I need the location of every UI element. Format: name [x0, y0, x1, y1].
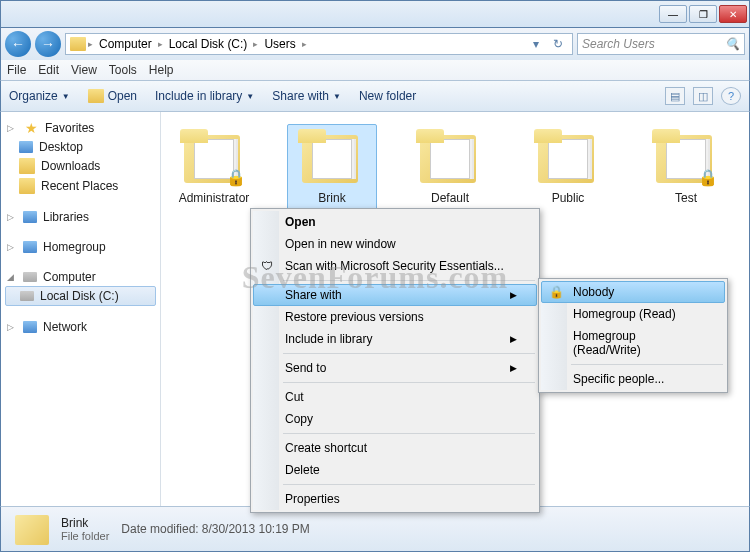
menu-file[interactable]: File — [7, 63, 26, 77]
lock-icon: 🔒 — [548, 285, 564, 299]
homegroup-icon — [23, 241, 37, 253]
folder-icon — [534, 129, 602, 187]
ctx-send-to[interactable]: Send to▶ — [253, 357, 537, 379]
folder-icon — [298, 129, 366, 187]
chevron-right-icon: ▶ — [510, 363, 517, 373]
tree-computer[interactable]: ◢Computer — [1, 268, 160, 286]
ctx-create-shortcut[interactable]: Create shortcut — [253, 437, 537, 459]
tree-libraries[interactable]: ▷Libraries — [1, 208, 160, 226]
lock-icon: 🔒 — [226, 168, 246, 187]
open-button[interactable]: Open — [88, 89, 137, 103]
menu-tools[interactable]: Tools — [109, 63, 137, 77]
shield-icon: 🛡 — [259, 259, 275, 273]
folder-icon — [88, 89, 104, 103]
libraries-icon — [23, 211, 37, 223]
tree-recent[interactable]: Recent Places — [1, 176, 160, 196]
folder-item[interactable]: Brink — [287, 124, 377, 210]
folder-label: Brink — [292, 191, 372, 205]
ctx-include-library[interactable]: Include in library▶ — [253, 328, 537, 350]
share-with-button[interactable]: Share with ▼ — [272, 89, 341, 103]
tree-network[interactable]: ▷Network — [1, 318, 160, 336]
ctx-copy[interactable]: Copy — [253, 408, 537, 430]
search-icon: 🔍 — [725, 37, 740, 51]
title-bar: — ❐ ✕ — [0, 0, 750, 28]
chevron-right-icon: ▶ — [510, 290, 517, 300]
folder-item[interactable]: 🔒Test — [641, 124, 731, 210]
network-icon — [23, 321, 37, 333]
maximize-button[interactable]: ❐ — [689, 5, 717, 23]
folder-icon — [19, 158, 35, 174]
ctx-restore-versions[interactable]: Restore previous versions — [253, 306, 537, 328]
minimize-button[interactable]: — — [659, 5, 687, 23]
navigation-pane: ▷★Favorites Desktop Downloads Recent Pla… — [1, 112, 161, 506]
submenu-specific-people[interactable]: Specific people... — [541, 368, 725, 390]
folder-label: Public — [528, 191, 608, 205]
toolbar: Organize ▼ Open Include in library ▼ Sha… — [0, 80, 750, 112]
folder-label: Default — [410, 191, 490, 205]
folder-icon — [13, 513, 49, 545]
folder-icon: 🔒 — [180, 129, 248, 187]
submenu-homegroup-read[interactable]: Homegroup (Read) — [541, 303, 725, 325]
ctx-delete[interactable]: Delete — [253, 459, 537, 481]
folder-item[interactable]: Default — [405, 124, 495, 210]
submenu-nobody[interactable]: 🔒Nobody — [541, 281, 725, 303]
lock-icon: 🔒 — [698, 168, 718, 187]
status-date-modified: Date modified: 8/30/2013 10:19 PM — [121, 522, 310, 536]
tree-homegroup[interactable]: ▷Homegroup — [1, 238, 160, 256]
desktop-icon — [19, 141, 33, 153]
tree-downloads[interactable]: Downloads — [1, 156, 160, 176]
folder-label: Administrator — [174, 191, 254, 205]
folder-item[interactable]: 🔒Administrator — [169, 124, 259, 210]
folder-icon — [416, 129, 484, 187]
drive-icon — [20, 291, 34, 301]
search-input[interactable]: Search Users 🔍 — [577, 33, 745, 55]
menu-edit[interactable]: Edit — [38, 63, 59, 77]
folder-icon: 🔒 — [652, 129, 720, 187]
preview-pane-button[interactable]: ◫ — [693, 87, 713, 105]
help-button[interactable]: ? — [721, 87, 741, 105]
include-library-button[interactable]: Include in library ▼ — [155, 89, 254, 103]
back-button[interactable]: ← — [5, 31, 31, 57]
breadcrumb-item[interactable]: Computer — [95, 37, 156, 51]
status-item-name: Brink — [61, 516, 109, 530]
refresh-icon[interactable]: ↻ — [548, 37, 568, 51]
tree-local-disk[interactable]: Local Disk (C:) — [5, 286, 156, 306]
new-folder-button[interactable]: New folder — [359, 89, 416, 103]
ctx-open[interactable]: Open — [253, 211, 537, 233]
organize-button[interactable]: Organize ▼ — [9, 89, 70, 103]
menu-bar: File Edit View Tools Help — [0, 60, 750, 80]
tree-desktop[interactable]: Desktop — [1, 138, 160, 156]
chevron-down-icon[interactable]: ▾ — [526, 37, 546, 51]
status-item-type: File folder — [61, 530, 109, 542]
breadcrumb-item[interactable]: Local Disk (C:) — [165, 37, 252, 51]
ctx-share-with[interactable]: Share with▶ — [253, 284, 537, 306]
computer-icon — [23, 272, 37, 282]
menu-help[interactable]: Help — [149, 63, 174, 77]
navigation-bar: ← → ▸ Computer ▸ Local Disk (C:) ▸ Users… — [0, 28, 750, 60]
forward-button[interactable]: → — [35, 31, 61, 57]
ctx-scan[interactable]: 🛡Scan with Microsoft Security Essentials… — [253, 255, 537, 277]
ctx-cut[interactable]: Cut — [253, 386, 537, 408]
folder-icon — [70, 37, 86, 51]
ctx-open-new-window[interactable]: Open in new window — [253, 233, 537, 255]
breadcrumb[interactable]: ▸ Computer ▸ Local Disk (C:) ▸ Users ▸ ▾… — [65, 33, 573, 55]
breadcrumb-item[interactable]: Users — [260, 37, 299, 51]
tree-favorites[interactable]: ▷★Favorites — [1, 118, 160, 138]
context-menu: Open Open in new window 🛡Scan with Micro… — [250, 208, 540, 513]
menu-view[interactable]: View — [71, 63, 97, 77]
share-with-submenu: 🔒Nobody Homegroup (Read) Homegroup (Read… — [538, 278, 728, 393]
folder-label: Test — [646, 191, 726, 205]
star-icon: ★ — [23, 120, 39, 136]
view-options-button[interactable]: ▤ — [665, 87, 685, 105]
chevron-right-icon: ▶ — [510, 334, 517, 344]
submenu-homegroup-readwrite[interactable]: Homegroup (Read/Write) — [541, 325, 725, 361]
folder-item[interactable]: Public — [523, 124, 613, 210]
ctx-properties[interactable]: Properties — [253, 488, 537, 510]
folder-icon — [19, 178, 35, 194]
close-button[interactable]: ✕ — [719, 5, 747, 23]
